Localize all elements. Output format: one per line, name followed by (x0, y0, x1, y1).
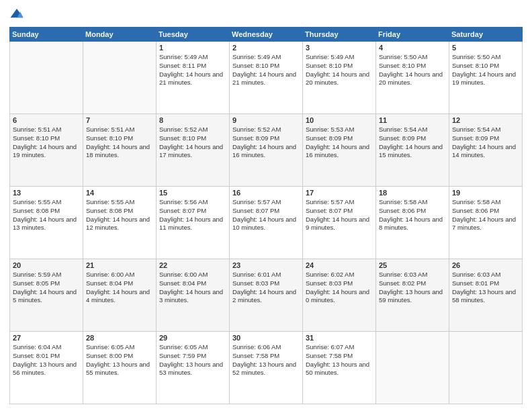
day-number: 24 (306, 261, 373, 269)
day-info-line: Sunrise: 5:49 AM (159, 53, 226, 62)
day-info-line: Sunset: 8:10 PM (306, 62, 373, 71)
calendar-cell: 12Sunrise: 5:54 AMSunset: 8:09 PMDayligh… (449, 114, 523, 187)
day-info-line: Sunrise: 5:52 AM (232, 126, 300, 134)
calendar-week-row: 1Sunrise: 5:49 AMSunset: 8:11 PMDaylight… (10, 42, 523, 114)
calendar-cell: 8Sunrise: 5:52 AMSunset: 8:10 PMDaylight… (157, 114, 230, 187)
calendar-cell: 30Sunrise: 6:06 AMSunset: 7:58 PMDayligh… (230, 332, 303, 404)
weekday-header-monday: Monday (83, 28, 157, 42)
day-info-line: Daylight: 14 hours and 8 minutes. (379, 216, 446, 233)
day-info-line: Daylight: 14 hours and 19 minutes. (452, 71, 519, 88)
day-info-line: Sunrise: 5:56 AM (159, 198, 226, 207)
day-info-line: Sunrise: 5:50 AM (452, 53, 519, 62)
calendar-cell: 14Sunrise: 5:55 AMSunset: 8:08 PMDayligh… (83, 187, 157, 259)
day-number: 25 (379, 261, 446, 269)
day-info-line: Daylight: 13 hours and 58 minutes. (452, 288, 519, 306)
day-info-line: Sunrise: 6:02 AM (306, 271, 373, 279)
day-number: 23 (232, 261, 300, 269)
day-number: 30 (232, 334, 300, 342)
day-info-line: Daylight: 14 hours and 9 minutes. (306, 216, 373, 233)
day-info-line: Daylight: 14 hours and 5 minutes. (13, 288, 80, 306)
calendar-week-row: 13Sunrise: 5:55 AMSunset: 8:08 PMDayligh… (10, 187, 523, 259)
day-info-line: Sunset: 8:09 PM (452, 134, 519, 143)
day-info-line: Sunset: 8:07 PM (232, 207, 300, 216)
calendar-cell: 24Sunrise: 6:02 AMSunset: 8:03 PMDayligh… (303, 259, 376, 332)
calendar-cell: 17Sunrise: 5:57 AMSunset: 8:07 PMDayligh… (303, 187, 376, 259)
day-info-line: Daylight: 14 hours and 21 minutes. (159, 71, 226, 88)
day-info-line: Sunset: 8:11 PM (159, 62, 226, 71)
day-info-line: Daylight: 14 hours and 7 minutes. (452, 216, 519, 233)
day-number: 16 (232, 189, 300, 197)
day-info-line: Sunrise: 5:53 AM (306, 126, 373, 134)
day-info-line: Sunset: 8:06 PM (379, 207, 446, 216)
day-info-line: Daylight: 13 hours and 55 minutes. (86, 361, 153, 378)
day-info-line: Daylight: 13 hours and 50 minutes. (306, 361, 373, 378)
day-info-line: Sunset: 8:10 PM (452, 62, 519, 71)
day-info-line: Sunrise: 5:49 AM (306, 53, 373, 62)
day-info-line: Daylight: 14 hours and 11 minutes. (159, 216, 226, 233)
day-info-line: Daylight: 14 hours and 2 minutes. (232, 288, 300, 306)
day-info-line: Sunset: 8:04 PM (159, 279, 226, 288)
day-info-line: Sunset: 8:06 PM (452, 207, 519, 216)
day-number: 3 (306, 44, 373, 52)
weekday-header-tuesday: Tuesday (157, 28, 230, 42)
day-info-line: Sunset: 8:08 PM (13, 207, 80, 216)
calendar-cell: 16Sunrise: 5:57 AMSunset: 8:07 PMDayligh… (230, 187, 303, 259)
day-info-line: Daylight: 14 hours and 3 minutes. (159, 288, 226, 306)
calendar-cell: 7Sunrise: 5:51 AMSunset: 8:10 PMDaylight… (83, 114, 157, 187)
day-info-line: Daylight: 13 hours and 52 minutes. (232, 361, 300, 378)
calendar-cell (83, 42, 157, 114)
weekday-header-saturday: Saturday (449, 28, 523, 42)
day-info-line: Sunrise: 5:57 AM (232, 198, 300, 207)
day-info-line: Sunrise: 5:49 AM (232, 53, 300, 62)
day-info-line: Daylight: 14 hours and 20 minutes. (306, 71, 373, 88)
day-info-line: Sunset: 7:58 PM (306, 352, 373, 361)
calendar-cell: 3Sunrise: 5:49 AMSunset: 8:10 PMDaylight… (303, 42, 376, 114)
day-info-line: Sunrise: 6:05 AM (159, 343, 226, 352)
day-info-line: Sunrise: 6:07 AM (306, 343, 373, 352)
page: SundayMondayTuesdayWednesdayThursdayFrid… (0, 0, 532, 411)
weekday-header-friday: Friday (376, 28, 449, 42)
weekday-header-wednesday: Wednesday (230, 28, 303, 42)
day-info-line: Sunrise: 5:59 AM (13, 271, 80, 279)
day-info-line: Sunrise: 5:52 AM (159, 126, 226, 134)
day-info-line: Daylight: 14 hours and 16 minutes. (232, 143, 300, 161)
calendar-cell: 19Sunrise: 5:58 AMSunset: 8:06 PMDayligh… (449, 187, 523, 259)
day-number: 26 (452, 261, 519, 269)
calendar-cell: 13Sunrise: 5:55 AMSunset: 8:08 PMDayligh… (10, 187, 83, 259)
day-info-line: Sunrise: 6:05 AM (86, 343, 153, 352)
day-number: 11 (379, 116, 446, 124)
day-number: 18 (379, 189, 446, 197)
day-number: 14 (86, 189, 153, 197)
calendar-week-row: 20Sunrise: 5:59 AMSunset: 8:05 PMDayligh… (10, 259, 523, 332)
calendar-cell: 28Sunrise: 6:05 AMSunset: 8:00 PMDayligh… (83, 332, 157, 404)
day-number: 22 (159, 261, 226, 269)
calendar-cell: 22Sunrise: 6:00 AMSunset: 8:04 PMDayligh… (157, 259, 230, 332)
day-number: 7 (86, 116, 153, 124)
day-number: 21 (86, 261, 153, 269)
calendar-week-row: 6Sunrise: 5:51 AMSunset: 8:10 PMDaylight… (10, 114, 523, 187)
day-info-line: Daylight: 14 hours and 20 minutes. (379, 71, 446, 88)
day-number: 31 (306, 334, 373, 342)
day-info-line: Sunset: 8:07 PM (159, 207, 226, 216)
day-info-line: Daylight: 14 hours and 13 minutes. (13, 216, 80, 233)
calendar-cell: 11Sunrise: 5:54 AMSunset: 8:09 PMDayligh… (376, 114, 449, 187)
day-info-line: Sunset: 8:00 PM (86, 352, 153, 361)
calendar-cell: 15Sunrise: 5:56 AMSunset: 8:07 PMDayligh… (157, 187, 230, 259)
calendar-cell: 6Sunrise: 5:51 AMSunset: 8:10 PMDaylight… (10, 114, 83, 187)
day-number: 2 (232, 44, 300, 52)
day-info-line: Sunset: 8:10 PM (232, 62, 300, 71)
day-info-line: Sunrise: 6:00 AM (86, 271, 153, 279)
calendar-cell: 1Sunrise: 5:49 AMSunset: 8:11 PMDaylight… (157, 42, 230, 114)
calendar-cell: 29Sunrise: 6:05 AMSunset: 7:59 PMDayligh… (157, 332, 230, 404)
calendar-cell (10, 42, 83, 114)
day-info-line: Sunrise: 5:51 AM (13, 126, 80, 134)
logo (9, 7, 27, 21)
day-info-line: Sunset: 7:59 PM (159, 352, 226, 361)
weekday-header-sunday: Sunday (10, 28, 83, 42)
calendar-cell (376, 332, 449, 404)
logo-icon (9, 7, 24, 21)
calendar-cell: 25Sunrise: 6:03 AMSunset: 8:02 PMDayligh… (376, 259, 449, 332)
weekday-header-row: SundayMondayTuesdayWednesdayThursdayFrid… (10, 28, 523, 42)
calendar-cell: 2Sunrise: 5:49 AMSunset: 8:10 PMDaylight… (230, 42, 303, 114)
day-info-line: Sunset: 8:07 PM (306, 207, 373, 216)
